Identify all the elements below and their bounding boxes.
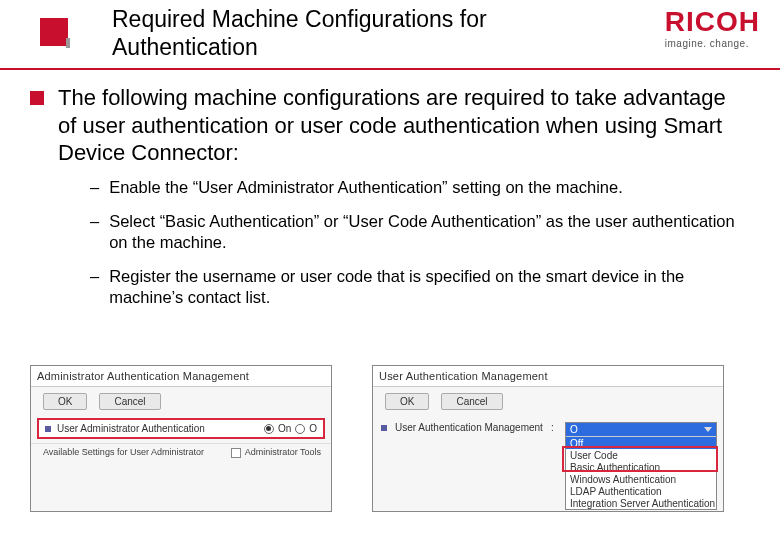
slide-body: The following machine configurations are… xyxy=(0,70,780,308)
step-text: Enable the “User Administrator Authentic… xyxy=(109,177,623,198)
radio-off-label: O xyxy=(309,423,317,434)
step-text: Register the username or user code that … xyxy=(109,266,750,307)
brand-name: RICOH xyxy=(665,8,760,36)
slide-header: Required Machine Configurations for Auth… xyxy=(0,0,780,70)
ok-button[interactable]: OK xyxy=(43,393,87,410)
screenshot-panels: Administrator Authentication Management … xyxy=(30,365,724,512)
radio-on[interactable] xyxy=(264,424,274,434)
radio-on-label: On xyxy=(278,423,291,434)
select-current-text: O xyxy=(570,424,578,435)
step-item: – Register the username or user code tha… xyxy=(90,266,750,307)
select-option[interactable]: LDAP Authentication xyxy=(566,485,716,497)
steps-list: – Enable the “User Administrator Authent… xyxy=(90,177,750,308)
select-option[interactable]: Basic Authentication xyxy=(566,461,716,473)
select-option[interactable]: Off xyxy=(566,437,716,449)
select-current[interactable]: O xyxy=(566,423,716,436)
radio-group: On O xyxy=(264,423,317,434)
select-option[interactable]: Windows Authentication xyxy=(566,473,716,485)
brand-logo: RICOH imagine. change. xyxy=(665,8,760,49)
step-item: – Select “Basic Authentication” or “User… xyxy=(90,211,750,252)
panel-button-row: OK Cancel xyxy=(31,387,331,416)
chevron-down-icon xyxy=(704,427,712,432)
intro-paragraph: The following machine configurations are… xyxy=(30,84,750,167)
dash-icon: – xyxy=(90,266,99,287)
select-options: Off User Code Basic Authentication Windo… xyxy=(566,436,716,509)
select-option[interactable]: Integration Server Authentication xyxy=(566,497,716,509)
admin-auth-panel: Administrator Authentication Management … xyxy=(30,365,332,512)
panel-footer: Available Settings for User Administrato… xyxy=(31,443,331,463)
select-option[interactable]: User Code xyxy=(566,449,716,461)
user-admin-auth-row: User Administrator Authentication On O xyxy=(37,418,325,439)
radio-off[interactable] xyxy=(295,424,305,434)
panel-button-row: OK Cancel xyxy=(373,387,723,416)
user-auth-panel: User Authentication Management OK Cancel… xyxy=(372,365,724,512)
footer-checkbox-item[interactable]: Administrator Tools xyxy=(231,447,321,458)
title-bullet-icon xyxy=(40,18,68,46)
dash-icon: – xyxy=(90,177,99,198)
row-label: User Authentication Management xyxy=(395,422,543,433)
slide-title: Required Machine Configurations for Auth… xyxy=(112,6,582,61)
brand-tagline: imagine. change. xyxy=(665,38,760,49)
step-text: Select “Basic Authentication” or “User C… xyxy=(109,211,750,252)
auth-type-select[interactable]: O Off User Code Basic Authentication Win… xyxy=(565,422,717,510)
bullet-square-icon xyxy=(30,91,44,105)
intro-text: The following machine configurations are… xyxy=(58,84,750,167)
panel-title: Administrator Authentication Management xyxy=(31,366,331,387)
footer-left-text: Available Settings for User Administrato… xyxy=(43,447,204,458)
cancel-button[interactable]: Cancel xyxy=(99,393,160,410)
slide: Required Machine Configurations for Auth… xyxy=(0,0,780,540)
row-bullet-icon xyxy=(381,425,387,431)
step-item: – Enable the “User Administrator Authent… xyxy=(90,177,750,198)
panel-title: User Authentication Management xyxy=(373,366,723,387)
dash-icon: – xyxy=(90,211,99,232)
row-label: User Administrator Authentication xyxy=(45,423,205,434)
ok-button[interactable]: OK xyxy=(385,393,429,410)
cancel-button[interactable]: Cancel xyxy=(441,393,502,410)
